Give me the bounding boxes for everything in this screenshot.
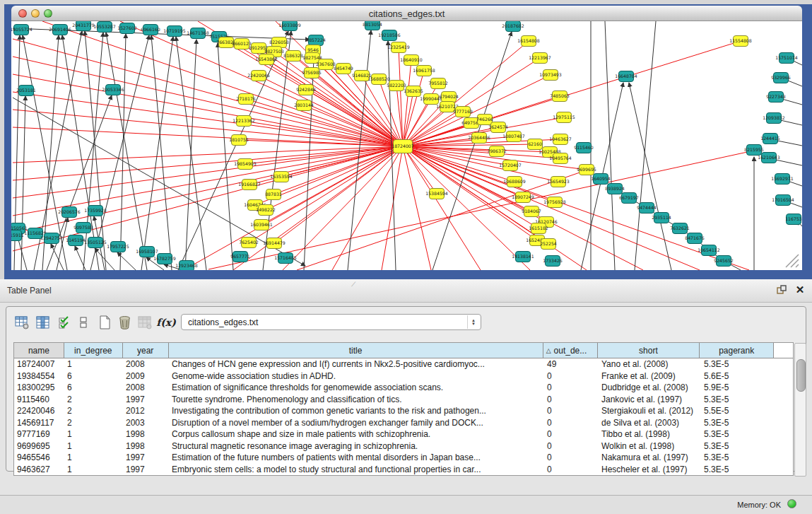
graph-node[interactable]: 7986372: [487, 146, 507, 157]
table-row[interactable]: 969969511998Structural magnetic resonanc…: [14, 440, 793, 452]
graph-node[interactable]: 18724007: [392, 140, 414, 153]
graph-node[interactable]: 11554808: [729, 36, 752, 47]
graph-node[interactable]: 7632621: [670, 223, 690, 234]
graph-node[interactable]: 9657771: [230, 252, 250, 262]
table-mode-icon[interactable]: [13, 313, 30, 332]
graph-node[interactable]: 6966160: [141, 25, 160, 35]
select-columns-icon[interactable]: [56, 313, 73, 332]
graph-node[interactable]: 1244415: [760, 134, 780, 144]
show-columns-icon[interactable]: [35, 313, 52, 332]
graph-node[interactable]: 8186328: [283, 51, 303, 62]
graph-node[interactable]: 2935114: [652, 213, 671, 223]
column-header-in_degree[interactable]: in_degree: [64, 343, 123, 358]
column-header-name[interactable]: name: [14, 343, 64, 358]
graph-node[interactable]: 7625402: [239, 238, 259, 248]
graph-node[interactable]: 8471676: [685, 233, 705, 244]
graph-node[interactable]: 9097588: [73, 223, 93, 233]
graph-node[interactable]: 8813054: [363, 21, 382, 30]
graph-node[interactable]: 252254: [540, 239, 557, 250]
graph-node[interactable]: 9245652: [714, 256, 734, 267]
graph-node[interactable]: 9115460: [574, 143, 594, 153]
graph-node[interactable]: 20187682: [502, 21, 524, 32]
graph-node[interactable]: 19463627: [549, 134, 572, 145]
graph-node[interactable]: 1362635: [404, 86, 423, 97]
graph-node[interactable]: 19218586: [378, 30, 401, 41]
canvas-resize-grip[interactable]: [786, 255, 799, 267]
graph-node[interactable]: 17957225: [107, 242, 129, 252]
network-view-canvas[interactable]: 1872400714055724206914062043177910553287…: [11, 21, 802, 270]
graph-node[interactable]: 62160: [528, 139, 543, 150]
graph-node[interactable]: 1498222: [256, 205, 276, 216]
graph-node[interactable]: 116753: [785, 214, 802, 225]
graph-node[interactable]: 9777169: [453, 107, 473, 117]
graph-node[interactable]: 8938924: [605, 184, 625, 194]
table-row[interactable]: 911546021997Tourette syndrome. Phenomeno…: [14, 394, 793, 406]
graph-node[interactable]: 10688609: [503, 177, 526, 187]
graph-node[interactable]: 8454749: [334, 64, 353, 74]
graph-node[interactable]: 1615182: [529, 223, 548, 234]
graph-node[interactable]: 2053181: [16, 86, 36, 96]
graph-node[interactable]: 12975115: [553, 112, 575, 123]
graph-node[interactable]: 6679197: [619, 193, 639, 204]
graph-node[interactable]: 19854903: [234, 159, 257, 170]
network-window-titlebar[interactable]: citations_edges.txt: [11, 6, 802, 21]
graph-node[interactable]: 12213362: [233, 116, 255, 127]
table-row[interactable]: 1872400712008Changes of HCN gene express…: [14, 358, 793, 370]
graph-node[interactable]: 17016504: [772, 195, 794, 206]
graph-node[interactable]: 8215955: [744, 145, 764, 156]
delete-column-icon[interactable]: [116, 313, 133, 332]
graph-node[interactable]: 1527602: [117, 23, 137, 34]
graph-node[interactable]: 9474444: [637, 203, 657, 214]
column-header-pagerank[interactable]: pagerank: [700, 343, 774, 358]
graph-node[interactable]: 9699695: [577, 165, 596, 175]
graph-node[interactable]: 887831: [265, 189, 282, 200]
scrollbar-thumb[interactable]: [796, 359, 806, 392]
graph-node[interactable]: 20053346: [102, 85, 124, 95]
panel-resize-handle[interactable]: ⟋: [351, 281, 360, 287]
graph-node[interactable]: 12213967: [529, 53, 551, 64]
graph-node[interactable]: 10807487: [502, 132, 525, 142]
graph-node[interactable]: 9227343: [766, 92, 786, 103]
graph-node[interactable]: 10553287: [93, 22, 116, 33]
graph-node[interactable]: 14671368: [187, 28, 209, 39]
graph-node[interactable]: 1733426: [543, 256, 563, 267]
graph-node[interactable]: 2803144: [294, 100, 314, 111]
table-row[interactable]: 1938455462009Genome-wide association stu…: [14, 370, 793, 382]
graph-node[interactable]: 7485063: [550, 91, 570, 102]
graph-node[interactable]: 16033809: [278, 21, 301, 31]
graph-node[interactable]: 19166827: [238, 180, 261, 190]
graph-node[interactable]: 16039461: [250, 220, 273, 230]
close-panel-icon[interactable]: ✕: [794, 284, 806, 296]
graph-node[interactable]: 9242848: [296, 85, 316, 95]
table-vertical-scrollbar[interactable]: [794, 343, 806, 477]
graph-node[interactable]: 20206576: [58, 207, 81, 218]
graph-node[interactable]: 18640910: [400, 55, 423, 66]
graph-node[interactable]: 9329966: [771, 73, 791, 83]
graph-node[interactable]: 6794024: [439, 92, 459, 103]
graph-node[interactable]: 16782759: [153, 254, 176, 264]
table-row[interactable]: 2242004622012Investigating the contribut…: [14, 405, 793, 417]
graph-node[interactable]: 17359928: [84, 206, 107, 216]
graph-node[interactable]: 1640954: [591, 174, 611, 185]
graph-node[interactable]: 10654112: [698, 245, 720, 256]
graph-node[interactable]: 14138141: [512, 252, 534, 262]
column-header-year[interactable]: year: [123, 343, 169, 358]
float-panel-icon[interactable]: [776, 284, 787, 296]
graph-node[interactable]: 7857224: [306, 35, 326, 46]
column-header-title[interactable]: title: [169, 343, 543, 358]
graph-node[interactable]: 15692971: [771, 174, 794, 185]
graph-node[interactable]: 3624574: [488, 122, 508, 133]
graph-node[interactable]: 19756928: [543, 197, 566, 208]
delete-table-icon-disabled[interactable]: [136, 313, 153, 332]
graph-node[interactable]: 9756985: [302, 68, 322, 78]
graph-node[interactable]: 16961758: [413, 66, 435, 76]
graph-node[interactable]: 9184067: [522, 206, 541, 217]
graph-node[interactable]: 12325419: [387, 42, 410, 53]
graph-node[interactable]: 15384594: [425, 189, 448, 199]
column-header-short[interactable]: short: [598, 343, 700, 358]
table-row[interactable]: 946554611997Estimation of the future num…: [14, 452, 793, 464]
new-column-icon[interactable]: [96, 313, 113, 332]
row-options-icon[interactable]: [75, 313, 92, 332]
graph-node[interactable]: 7955812: [428, 78, 448, 89]
table-row[interactable]: 977716911998Corpus callosum shape and si…: [14, 428, 793, 440]
